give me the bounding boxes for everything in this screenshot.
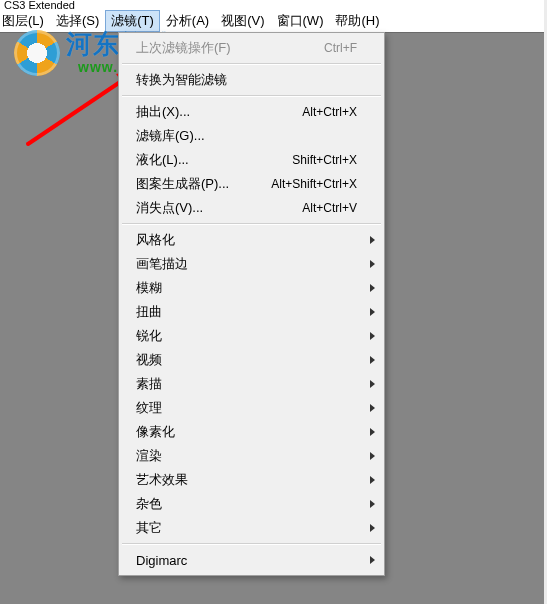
chevron-right-icon	[370, 428, 375, 436]
menu-separator	[122, 63, 381, 65]
chevron-right-icon	[370, 500, 375, 508]
menu-help[interactable]: 帮助(H)	[329, 10, 385, 32]
menu-item-sketch[interactable]: 素描	[120, 372, 383, 396]
chevron-right-icon	[370, 452, 375, 460]
chevron-right-icon	[370, 236, 375, 244]
chevron-right-icon	[370, 260, 375, 268]
menu-analysis[interactable]: 分析(A)	[160, 10, 215, 32]
menu-separator	[122, 223, 381, 225]
menu-item-last-filter[interactable]: 上次滤镜操作(F) Ctrl+F	[120, 36, 383, 60]
menu-item-extract[interactable]: 抽出(X)... Alt+Ctrl+X	[120, 100, 383, 124]
chevron-right-icon	[370, 524, 375, 532]
menu-item-liquify[interactable]: 液化(L)... Shift+Ctrl+X	[120, 148, 383, 172]
menu-item-vanishing-point[interactable]: 消失点(V)... Alt+Ctrl+V	[120, 196, 383, 220]
menu-item-blur[interactable]: 模糊	[120, 276, 383, 300]
filter-menu-dropdown: 上次滤镜操作(F) Ctrl+F 转换为智能滤镜 抽出(X)... Alt+Ct…	[118, 32, 385, 576]
menu-item-sharpen[interactable]: 锐化	[120, 324, 383, 348]
chevron-right-icon	[370, 356, 375, 364]
menu-separator	[122, 95, 381, 97]
menu-layer[interactable]: 图层(L)	[2, 10, 50, 32]
menu-item-noise[interactable]: 杂色	[120, 492, 383, 516]
chevron-right-icon	[370, 404, 375, 412]
menu-bar: 图层(L) 选择(S) 滤镜(T) 分析(A) 视图(V) 窗口(W) 帮助(H…	[0, 10, 547, 32]
menu-item-texture[interactable]: 纹理	[120, 396, 383, 420]
menu-view[interactable]: 视图(V)	[215, 10, 270, 32]
menu-item-pattern-maker[interactable]: 图案生成器(P)... Alt+Shift+Ctrl+X	[120, 172, 383, 196]
chevron-right-icon	[370, 556, 375, 564]
menu-item-convert-smart-filter[interactable]: 转换为智能滤镜	[120, 68, 383, 92]
menu-item-render[interactable]: 渲染	[120, 444, 383, 468]
chevron-right-icon	[370, 476, 375, 484]
menu-item-brush-strokes[interactable]: 画笔描边	[120, 252, 383, 276]
menu-item-filter-gallery[interactable]: 滤镜库(G)...	[120, 124, 383, 148]
menu-item-pixelate[interactable]: 像素化	[120, 420, 383, 444]
chevron-right-icon	[370, 308, 375, 316]
menu-item-digimarc[interactable]: Digimarc	[120, 548, 383, 572]
menu-filter[interactable]: 滤镜(T)	[105, 10, 160, 32]
menu-item-artistic[interactable]: 艺术效果	[120, 468, 383, 492]
menu-item-video[interactable]: 视频	[120, 348, 383, 372]
chevron-right-icon	[370, 332, 375, 340]
menu-select[interactable]: 选择(S)	[50, 10, 105, 32]
chevron-right-icon	[370, 284, 375, 292]
window-title: CS3 Extended	[0, 0, 547, 10]
menu-window[interactable]: 窗口(W)	[271, 10, 330, 32]
chevron-right-icon	[370, 380, 375, 388]
menu-separator	[122, 543, 381, 545]
menu-item-distort[interactable]: 扭曲	[120, 300, 383, 324]
menu-item-other[interactable]: 其它	[120, 516, 383, 540]
menu-item-stylize[interactable]: 风格化	[120, 228, 383, 252]
